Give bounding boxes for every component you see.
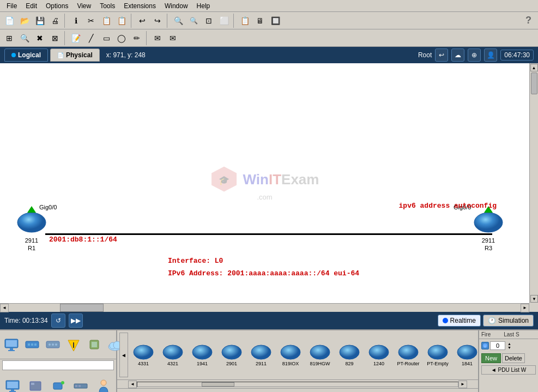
- zoom-reset-button[interactable]: ⊡: [202, 14, 216, 28]
- device-2901[interactable]: 2901: [217, 342, 246, 367]
- hand-button[interactable]: 🔍: [17, 31, 32, 45]
- menu-edit[interactable]: Edit: [21, 1, 41, 11]
- devices-scroll-thumb[interactable]: [202, 382, 234, 387]
- device-819hgw[interactable]: 819HGW: [306, 342, 334, 367]
- info-button[interactable]: ℹ: [69, 14, 83, 28]
- main-canvas[interactable]: 🎓 WinITExam .com: [0, 63, 529, 303]
- device-2911[interactable]: 2911: [247, 342, 275, 367]
- device-819iox[interactable]: 819IOX: [276, 342, 305, 367]
- scroll-thumb-horizontal[interactable]: [60, 304, 104, 312]
- menu-file[interactable]: File: [2, 1, 21, 11]
- redo-button[interactable]: ↪: [150, 14, 165, 28]
- zoom-out-button[interactable]: 🔍: [186, 14, 201, 28]
- devices-scroll-right[interactable]: ►: [458, 381, 467, 388]
- pdu-new-button[interactable]: New: [481, 353, 501, 363]
- custom2-button[interactable]: 🖥: [253, 14, 267, 28]
- realtime-button[interactable]: Realtime: [438, 315, 481, 327]
- save-button[interactable]: 💾: [33, 14, 47, 28]
- device-name-input-field[interactable]: [2, 360, 114, 370]
- zoom-in-button[interactable]: 🔍: [171, 14, 185, 28]
- device-1240[interactable]: 1240: [365, 342, 393, 367]
- scroll-track-horizontal[interactable]: [9, 304, 521, 312]
- category-end-devices[interactable]: [2, 333, 21, 356]
- last-label: Last S: [504, 331, 519, 337]
- menu-tools[interactable]: Tools: [95, 1, 119, 11]
- copy-button[interactable]: 📋: [99, 14, 113, 28]
- resize-button[interactable]: ⬜: [217, 14, 231, 28]
- undo-button[interactable]: ↩: [135, 14, 149, 28]
- tab-physical[interactable]: 📄 Physical: [50, 49, 100, 62]
- scroll-left-button[interactable]: ◄: [0, 304, 9, 312]
- vertical-scrollbar[interactable]: ▲ ▼: [529, 63, 538, 303]
- paste-button[interactable]: 📋: [114, 14, 129, 28]
- pdu-list-button[interactable]: ◄ PDU List W: [481, 365, 536, 375]
- svg-rect-24: [7, 382, 18, 388]
- nav-button[interactable]: ⊕: [468, 49, 481, 62]
- note-button[interactable]: 📝: [69, 31, 83, 45]
- message-button[interactable]: ✉: [150, 31, 165, 45]
- open-button[interactable]: 📂: [17, 14, 32, 28]
- device-pt-router[interactable]: PT-Router: [394, 342, 422, 367]
- reset-time-button[interactable]: ↺: [51, 313, 65, 328]
- simulation-button[interactable]: 🕐 Simulation: [483, 315, 534, 327]
- scroll-thumb-vertical[interactable]: [531, 73, 537, 94]
- menu-extensions[interactable]: Extensions: [119, 1, 160, 11]
- counter-up-button[interactable]: ▲: [506, 342, 512, 346]
- line-button[interactable]: ╱: [84, 31, 98, 45]
- custom3-button[interactable]: 🔲: [268, 14, 282, 28]
- device-4321[interactable]: 4321: [159, 342, 187, 367]
- resize2-button[interactable]: ⊠: [48, 31, 62, 45]
- device-1841[interactable]: 1841: [453, 342, 478, 367]
- tab-logical[interactable]: Logical: [4, 49, 48, 62]
- devices-scroll-track[interactable]: [137, 382, 458, 387]
- select-button[interactable]: ⊞: [2, 31, 16, 45]
- device-829[interactable]: 829: [335, 342, 364, 367]
- pencil-button[interactable]: ✏: [130, 31, 144, 45]
- pdu-counter-arrows[interactable]: ▲ ▼: [506, 342, 512, 349]
- sub-category-monitors[interactable]: [2, 375, 23, 392]
- scroll-left-devices-button[interactable]: ◄: [119, 333, 128, 377]
- rect-button[interactable]: ▭: [99, 31, 113, 45]
- message2-button[interactable]: ✉: [166, 31, 180, 45]
- scroll-right-button[interactable]: ►: [521, 304, 529, 312]
- sub-category-persons[interactable]: [93, 375, 114, 392]
- device-pt-empty[interactable]: PT-Empty: [424, 342, 452, 367]
- counter-down-button[interactable]: ▼: [506, 346, 512, 349]
- back-button[interactable]: ↩: [435, 49, 448, 62]
- ellipse-button[interactable]: ◯: [114, 31, 129, 45]
- separator1: [64, 14, 67, 28]
- scroll-down-button[interactable]: ▼: [530, 295, 538, 303]
- sub-category-boxes2[interactable]: [70, 375, 91, 392]
- help-icon[interactable]: ?: [525, 15, 536, 26]
- delete-button[interactable]: ✖: [33, 31, 47, 45]
- cloud-button[interactable]: ☁: [451, 49, 464, 62]
- menu-help[interactable]: Help: [192, 1, 215, 11]
- svg-point-41: [310, 345, 330, 359]
- pdu-delete-button[interactable]: Delete: [502, 353, 525, 363]
- category-hubs[interactable]: [44, 333, 62, 356]
- new-button[interactable]: 📄: [2, 14, 16, 28]
- svg-rect-28: [31, 383, 34, 385]
- category-wireless[interactable]: [64, 333, 83, 356]
- router-r1[interactable]: 2911 R1: [16, 210, 47, 251]
- devices-bottom-label: 1841: [117, 388, 478, 392]
- scroll-up-button[interactable]: ▲: [530, 64, 538, 71]
- user-button[interactable]: 👤: [484, 49, 497, 62]
- device-4331[interactable]: 4331: [129, 342, 158, 367]
- router-r3[interactable]: 2911 R3: [473, 210, 504, 251]
- device-1941[interactable]: 1941: [188, 342, 216, 367]
- category-storage[interactable]: [85, 333, 104, 356]
- menu-options[interactable]: Options: [41, 1, 72, 11]
- separator6: [146, 31, 148, 45]
- svg-point-2: [17, 213, 46, 232]
- print-button[interactable]: 🖨: [48, 14, 62, 28]
- cut-button[interactable]: ✂: [84, 14, 98, 28]
- devices-scroll-left[interactable]: ◄: [128, 381, 137, 388]
- sub-category-antennas[interactable]: [48, 375, 69, 392]
- custom1-button[interactable]: 📋: [238, 14, 252, 28]
- sub-category-boxes[interactable]: [25, 375, 46, 392]
- fast-forward-button[interactable]: ▶▶: [69, 313, 83, 328]
- menu-window[interactable]: Window: [160, 1, 192, 11]
- category-switches[interactable]: [23, 333, 41, 356]
- menu-view[interactable]: View: [72, 1, 95, 11]
